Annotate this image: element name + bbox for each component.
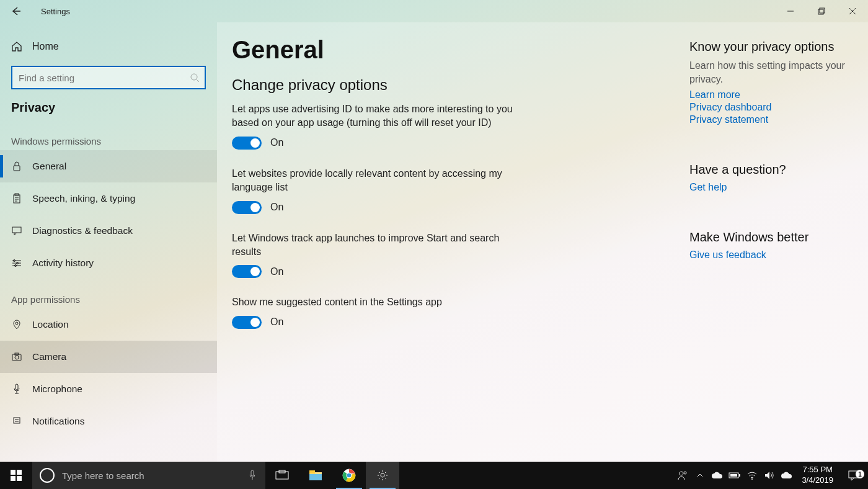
sidebar-item-label: Speech, inking, & typing [32,193,135,204]
sidebar-group-app-permissions: App permissions [0,279,217,308]
maximize-button[interactable] [806,0,837,22]
taskbar-settings[interactable] [366,462,399,489]
info-panel: Know your privacy options Learn how this… [684,36,868,462]
search-input[interactable] [11,66,206,89]
close-button[interactable] [837,0,868,22]
link-learn-more[interactable]: Learn more [689,89,856,101]
info-heading-feedback: Make Windows better [689,230,856,244]
svg-rect-32 [251,470,254,476]
sidebar-item-label: Notifications [32,416,84,427]
svg-point-5 [191,74,197,80]
svg-rect-31 [17,476,22,481]
setting-suggested-content: Show me suggested content in the Setting… [232,295,523,328]
sidebar-item-camera[interactable]: Camera [0,341,217,373]
minimize-button[interactable] [775,0,806,22]
clock-date: 3/4/2019 [802,475,833,486]
titlebar: Settings [0,0,868,22]
tray-battery-icon[interactable] [726,472,743,479]
taskbar-chrome[interactable] [332,462,366,489]
svg-line-6 [197,79,199,82]
action-center-button[interactable]: 1 [839,470,868,481]
sidebar-item-label: Microphone [32,384,82,395]
cortana-icon [40,468,55,483]
sidebar-item-label: Diagnostics & feedback [32,225,133,236]
tray-people-icon[interactable] [674,470,691,481]
taskbar-clock[interactable]: 7:55 PM 3/4/2019 [795,465,839,486]
svg-rect-25 [14,418,20,423]
svg-rect-1 [818,9,823,14]
info-text: Learn how this setting impacts your priv… [689,59,856,87]
sidebar-item-label: Activity history [32,258,94,269]
tray-overflow-icon[interactable] [691,472,709,479]
link-privacy-statement[interactable]: Privacy statement [689,114,856,125]
svg-rect-28 [11,470,16,475]
sidebar: Home Privacy Windows permissions General… [0,22,217,462]
taskbar-task-view[interactable] [265,462,299,489]
sidebar-item-label: General [32,161,66,172]
svg-rect-47 [739,474,740,477]
svg-point-48 [751,478,753,480]
app-title: Settings [32,0,775,22]
link-privacy-dashboard[interactable]: Privacy dashboard [689,102,856,113]
setting-description: Let Windows track app launches to improv… [232,231,523,259]
link-give-feedback[interactable]: Give us feedback [689,249,856,261]
page-title: General [232,36,684,64]
toggle-state-label: On [270,316,283,328]
camera-icon [11,352,22,362]
sidebar-item-microphone[interactable]: Microphone [0,373,217,405]
svg-point-42 [381,473,384,477]
sidebar-item-notifications[interactable]: Notifications [0,405,217,437]
taskbar-file-explorer[interactable] [299,462,332,489]
toggle-suggested-content[interactable] [232,316,262,329]
svg-point-43 [680,472,683,475]
setting-description: Let websites provide locally relevant co… [232,167,523,195]
sidebar-item-speech[interactable]: Speech, inking, & typing [0,182,217,215]
sidebar-item-label: Camera [32,351,66,362]
sidebar-item-label: Location [32,319,69,330]
clock-time: 7:55 PM [802,465,833,475]
toggle-state-label: On [270,137,283,148]
info-heading-question: Have a question? [689,163,856,177]
system-tray: 7:55 PM 3/4/2019 1 [674,462,868,489]
taskbar-search[interactable]: Type here to search [32,462,265,489]
sidebar-item-home[interactable]: Home [0,31,217,62]
tray-volume-icon[interactable] [761,470,778,480]
tray-cloud-icon[interactable] [778,471,795,480]
setting-language-list: Let websites provide locally relevant co… [232,167,523,214]
toggle-advertising-id[interactable] [232,137,262,150]
start-button[interactable] [0,462,32,489]
toggle-state-label: On [270,202,283,213]
setting-description: Show me suggested content in the Setting… [232,295,523,309]
taskbar-search-placeholder: Type here to search [62,470,144,481]
action-center-badge: 1 [856,470,864,478]
setting-description: Let apps use advertising ID to make ads … [232,102,523,130]
tray-onedrive-icon[interactable] [709,471,726,480]
svg-rect-30 [11,476,16,481]
toggle-state-label: On [270,266,283,277]
svg-rect-2 [820,8,825,13]
mic-icon[interactable] [248,469,257,482]
back-button[interactable] [0,0,32,22]
svg-point-20 [16,322,18,325]
sidebar-item-activity-history[interactable]: Activity history [0,247,217,279]
timeline-icon [11,258,22,269]
svg-point-44 [684,472,686,474]
svg-rect-7 [14,166,20,171]
toggle-track-app-launches[interactable] [232,265,262,278]
home-icon [11,41,22,52]
sidebar-item-diagnostics[interactable]: Diagnostics & feedback [0,215,217,247]
toggle-language-list[interactable] [232,201,262,214]
lock-icon [11,161,22,172]
tray-wifi-icon[interactable] [743,471,761,480]
link-get-help[interactable]: Get help [689,182,856,193]
sidebar-item-location[interactable]: Location [0,308,217,341]
settings-search [11,66,206,89]
svg-rect-46 [730,474,737,477]
taskbar: Type here to search [0,462,868,489]
microphone-icon [11,384,22,395]
section-heading: Change privacy options [232,76,684,94]
search-icon [190,73,200,83]
sidebar-item-general[interactable]: General [0,150,217,182]
svg-point-22 [15,356,19,359]
sidebar-home-label: Home [32,41,59,52]
